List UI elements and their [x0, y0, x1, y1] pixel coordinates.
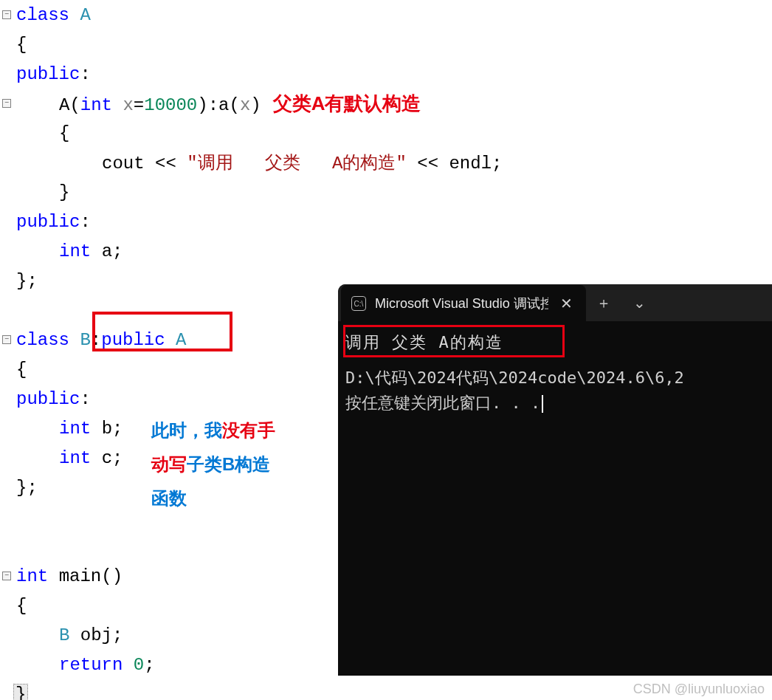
code-line[interactable]: class A	[13, 5, 91, 25]
new-tab-button[interactable]: ＋	[586, 284, 621, 321]
code-line[interactable]: };	[13, 271, 38, 291]
annotation-no-ctor: 此时，我没有手 动写子类B构造 函数	[151, 414, 328, 515]
fold-toggle[interactable]: −	[0, 335, 13, 344]
terminal-tab[interactable]: C:\ Microsoft Visual Studio 调试控 ✕	[341, 285, 586, 322]
close-icon[interactable]: ✕	[557, 295, 576, 312]
code-line[interactable]: public:	[13, 64, 91, 84]
terminal-body[interactable]: 调用 父类 A的构造 D:\代码\2024代码\2024code\2024.6\…	[338, 321, 772, 425]
code-line[interactable]: cout << "调用 父类 A的构造" << endl;	[13, 151, 502, 174]
terminal-tab-title: Microsoft Visual Studio 调试控	[375, 295, 548, 312]
code-line[interactable]: {	[13, 35, 27, 55]
code-line[interactable]: {	[13, 360, 27, 380]
fold-toggle[interactable]: −	[0, 572, 13, 580]
code-line[interactable]: A(int x=10000):a(x)父类A有默认构造	[13, 91, 421, 117]
terminal-output: 调用 父类 A的构造	[345, 330, 765, 355]
code-line[interactable]: B obj;	[13, 625, 123, 645]
code-line[interactable]: public:	[13, 389, 91, 409]
code-line[interactable]: int b;	[13, 419, 123, 439]
annotation-default-ctor: 父类A有默认构造	[273, 92, 421, 114]
terminal-icon: C:\	[351, 296, 366, 311]
terminal-path: D:\代码\2024代码\2024code\2024.6\6,2	[345, 366, 765, 391]
fold-toggle[interactable]: −	[0, 10, 13, 19]
watermark: CSDN @liuyunluoxiao	[633, 682, 765, 697]
code-line[interactable]: int main()	[13, 566, 123, 586]
terminal-titlebar[interactable]: C:\ Microsoft Visual Studio 调试控 ✕ ＋ ⌄	[338, 284, 772, 321]
code-line[interactable]: class B:public A	[13, 330, 186, 350]
code-line[interactable]: }	[13, 684, 28, 701]
code-line[interactable]: int c;	[13, 448, 123, 468]
terminal-prompt: 按任意键关闭此窗口. . .	[345, 391, 765, 416]
fold-toggle[interactable]: −	[0, 99, 13, 108]
code-line[interactable]: }	[13, 182, 69, 202]
code-line[interactable]: public:	[13, 212, 91, 232]
cursor-icon	[542, 395, 543, 413]
code-line[interactable]: return 0;	[13, 655, 155, 675]
code-line[interactable]: };	[13, 478, 38, 498]
code-line[interactable]: {	[13, 596, 27, 616]
code-line[interactable]: {	[13, 123, 69, 143]
code-line[interactable]: int a;	[13, 241, 123, 261]
tab-dropdown-button[interactable]: ⌄	[621, 284, 657, 321]
terminal-window: C:\ Microsoft Visual Studio 调试控 ✕ ＋ ⌄ 调用…	[338, 284, 772, 676]
